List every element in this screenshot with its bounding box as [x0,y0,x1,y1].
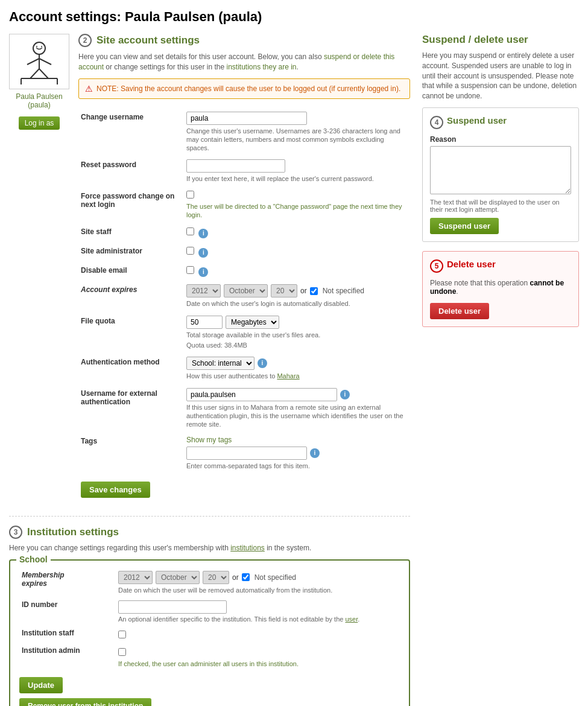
suspend-user-button[interactable]: Suspend user [430,218,499,234]
suspend-title: Suspend user [447,115,507,126]
suspend-reason-textarea[interactable] [430,146,571,194]
user-username: (paula) [9,101,69,109]
suspend-delete-heading: Suspend / delete user [422,34,579,46]
expires-year-select[interactable]: 2012 [186,284,221,297]
warning-icon: ⚠ [85,84,93,94]
section-num-2: 2 [78,34,92,47]
site-admin-checkbox[interactable] [186,247,194,255]
warning-box: ⚠ NOTE: Saving the account changes will … [78,78,410,99]
reset-password-label: Reset password [78,156,184,186]
force-password-hint: The user will be directed to a "Change p… [186,202,408,220]
suspend-section: 4 Suspend user Reason The text that will… [422,107,579,242]
svg-line-6 [30,69,39,78]
login-as-button[interactable]: Log in as [19,116,60,130]
avatar-image [15,37,63,86]
remove-user-button[interactable]: Remove user from this institution [19,698,151,706]
username-input[interactable] [186,112,307,125]
inst-admin-checkbox[interactable] [118,648,126,656]
mem-day-select[interactable]: 20 [203,571,229,584]
site-admin-label: Site administrator [78,242,184,261]
expires-not-specified-label: Not specified [323,287,364,295]
svg-line-5 [39,59,51,65]
user-fullname: Paula Paulsen [9,92,69,101]
ext-auth-label: Username for external authentication [78,384,184,433]
mem-month-select[interactable]: October [156,571,200,584]
site-account-title: Site account settings [96,34,200,46]
institution-settings-desc: Here you can change settings regarding t… [9,544,410,552]
section-num-3: 3 [9,526,22,539]
show-tags-link[interactable]: Show my tags [186,436,408,444]
file-quota-unit-select[interactable]: Megabytes Gigabytes [226,316,279,329]
delete-user-button[interactable]: Delete user [430,303,489,319]
id-number-input[interactable] [118,600,227,614]
site-staff-info-icon[interactable]: i [198,229,208,238]
tags-info-icon[interactable]: i [310,448,320,458]
user-avatar [9,34,69,89]
delete-title: Delete user [447,259,496,269]
section-num-5: 5 [430,259,443,273]
expires-not-specified-checkbox[interactable] [310,287,318,295]
svg-line-7 [39,69,48,78]
institution-settings-section: 3 Institution settings Here you can chan… [9,516,410,706]
inst-staff-checkbox[interactable] [118,631,126,638]
username-hint: Change this user's username. Usernames a… [186,127,408,153]
svg-point-0 [33,42,45,54]
delete-section: 5 Delete user Please note that this oper… [422,251,579,327]
disable-email-info-icon[interactable]: i [198,267,208,277]
ext-auth-hint: If this user signs in to Mahara from a r… [186,403,408,429]
inst-admin-hint: If checked, the user can administer all … [118,660,397,668]
force-password-label: Force password change on next login [78,187,184,223]
membership-expires-hint: Date on which the user will be removed a… [118,586,397,594]
reset-password-hint: If you enter text here, it will replace … [186,174,408,183]
account-expires-label: Account expires [78,281,184,311]
section-num-4: 4 [430,116,443,129]
suspend-delete-desc: Here you may suspend or entirely delete … [422,51,579,101]
delete-warning: Please note that this operation cannot b… [430,279,571,296]
file-quota-label: File quota [78,312,184,354]
svg-line-4 [27,59,39,65]
tags-label: Tags [78,432,184,474]
ext-auth-input[interactable] [186,388,337,401]
ext-auth-info-icon[interactable]: i [340,390,350,399]
site-staff-checkbox[interactable] [186,227,194,235]
id-number-hint: An optional identifier specific to the i… [118,615,397,623]
mem-not-specified-label: Not specified [254,573,296,582]
suspend-hint: The text that will be displayed to the u… [430,199,571,213]
account-expires-hint: Date on which the user's login is automa… [186,299,408,308]
expires-or: or [300,287,307,295]
inst-staff-label: Institution staff [19,626,116,643]
mem-year-select[interactable]: 2012 [118,571,153,584]
tags-input[interactable] [186,447,307,460]
file-quota-input[interactable] [186,316,223,329]
mem-or: or [232,573,239,582]
disable-email-label: Disable email [78,261,184,281]
auth-method-label: Authentication method [78,353,184,384]
update-button[interactable]: Update [19,677,63,693]
site-admin-info-icon[interactable]: i [198,248,208,258]
page-title: Account settings: Paula Paulsen (paula) [9,9,579,25]
save-changes-button[interactable]: Save changes [81,482,150,498]
disable-email-checkbox[interactable] [186,266,194,274]
site-account-form: Change username Change this user's usern… [78,108,410,474]
reason-label: Reason [430,135,571,144]
auth-method-info-icon[interactable]: i [258,358,267,368]
force-password-checkbox[interactable] [186,191,194,199]
mem-not-specified-checkbox[interactable] [242,573,250,581]
inst-admin-label: Institution admin [19,643,116,671]
reset-password-input[interactable] [186,159,285,173]
school-box-title: School [16,555,51,564]
auth-method-select[interactable]: School: internal [186,357,254,370]
institution-settings-title: Institution settings [27,526,119,538]
expires-day-select[interactable]: 20 [271,284,297,297]
suspend-delete-title: Suspend / delete user Here you may suspe… [422,34,579,101]
site-staff-label: Site staff [78,223,184,242]
expires-month-select[interactable]: October [224,284,268,297]
file-quota-hint1: Total storage available in the user's fi… [186,331,408,339]
site-account-desc: Here you can view and set details for th… [78,52,410,72]
username-label: Change username [78,108,184,156]
svg-point-2 [41,46,42,47]
file-quota-hint2: Quota used: 38.4MB [186,341,408,349]
svg-point-1 [36,46,37,47]
school-box: School Membershipexpires 2012 October [9,559,410,706]
id-number-label: ID number [19,597,116,626]
